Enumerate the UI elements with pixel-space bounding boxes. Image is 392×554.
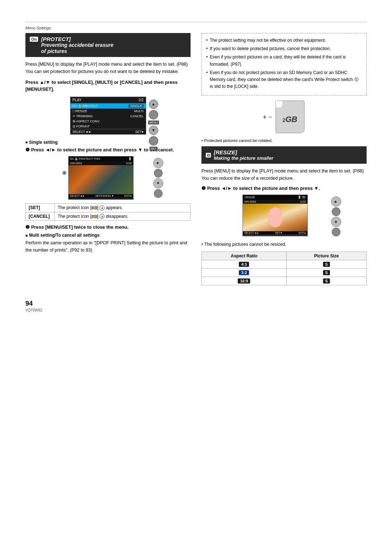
menu-label-aspect: ⊞ ASPECT CONV. <box>73 119 100 123</box>
sd-card: 2GB <box>275 101 305 133</box>
cancel-label-cell: [CANCEL] <box>26 212 55 221</box>
resize-footer-set: SET▼ <box>275 232 283 234</box>
right-column: The protect setting may not be effective… <box>201 33 367 285</box>
screen-folder: 100-0001 <box>70 162 82 165</box>
resize-screen-img <box>243 204 307 231</box>
screen-image <box>69 165 133 194</box>
menu-option-single: SINGLE <box>128 104 143 108</box>
cam-dpad-down2[interactable]: ▼ <box>153 178 163 188</box>
ratio-32: 3:2 <box>202 269 287 277</box>
protect-title: [PROTECT] Preventing accidental erasure … <box>41 36 113 54</box>
dpad-down[interactable]: ▼ <box>149 126 158 135</box>
table-row-cancel: [CANCEL] The protect icon [🔒] a disappea… <box>26 212 191 221</box>
footer: 94 VQT0W82 <box>25 300 367 312</box>
resize-counter-row: 100-0001 1/19 <box>243 200 307 204</box>
rdpad-right[interactable]: ► <box>331 196 341 207</box>
top-rule <box>25 22 367 22</box>
dpad-label-menu: MENU <box>148 121 159 125</box>
menu-header-right: 2/2 <box>139 98 144 102</box>
label-a: ⓐ <box>62 171 66 176</box>
step2-instruction: Press [MENU/SET] twice to close the menu… <box>31 224 129 230</box>
ratio-badge-43: 4:3 <box>239 262 249 267</box>
rdpad-center[interactable] <box>332 207 340 216</box>
circle-a: a <box>99 205 105 211</box>
set-desc-cell: The protect icon [🔒] a appears. <box>55 203 191 212</box>
menu-row-resize: □ RESIZE MULTI <box>70 109 146 114</box>
resize-screen-header: □RISIZE 🔋 📷 <box>243 195 307 200</box>
table-row-set: [SET] The protect icon [🔒] a appears. <box>26 203 191 212</box>
resize-title: [RESIZE] Making the picture smaller <box>214 149 273 161</box>
cam-dpad-center2[interactable] <box>154 189 163 198</box>
rdpad-center2[interactable] <box>332 228 340 236</box>
resize-header: ⊟ [RESIZE] Making the picture smaller <box>201 146 367 164</box>
screen-set-cancel: SET/CANCEL▼ <box>95 195 114 197</box>
cam-dpad-right[interactable]: ► <box>153 158 163 168</box>
resize-camera-wrapper: □RISIZE 🔋 📷 100-0001 1/19 SELECT◄► SET▼ … <box>242 195 326 236</box>
resize-fraction: 1/19 <box>300 200 306 203</box>
resize-screen-label: □RISIZE <box>244 196 256 199</box>
resize-dpad: ► ▼ <box>331 196 341 236</box>
aspect-row-43: 4:3 S <box>202 260 367 269</box>
menu-row-aspect: ⊞ ASPECT CONV. <box>70 119 146 124</box>
single-setting-label: Single setting <box>25 140 191 145</box>
resize-note: • The following pictures cannot be resiz… <box>201 241 367 248</box>
multi-label: Multi setting/To cancel all settings <box>25 233 191 238</box>
resize-footer-select: SELECT◄► <box>244 232 259 234</box>
resize-body: Press [MENU] to display the [PLAY] mode … <box>201 167 367 182</box>
resize-screen-info: 🔋 📷 <box>298 196 306 199</box>
protect-instruction: Press ▲/▼ to select [SINGLE], [MULTI] or… <box>25 79 191 93</box>
note-item-1: The protect setting may not be effective… <box>206 37 362 44</box>
sd-card-wrapper: c → 2GB <box>201 101 367 133</box>
protect-camera-screen: On 🔒 PROTECT THIS 🔋 100-0001 1/19 SELECT… <box>68 156 134 200</box>
notes-list: The protect setting may not be effective… <box>206 37 362 90</box>
menu-row-format: ⊟ FORMAT <box>70 124 146 129</box>
screen-counter-row: 100-0001 1/19 <box>69 161 133 165</box>
protect-icon-inline: 🔒 <box>91 206 97 209</box>
menu-screenshot: PLAY 2/2 On 🔒 PROTECT SINGLE □ RESIZE MU… <box>70 97 146 135</box>
resize-icon: ⊟ <box>206 153 211 158</box>
screen-footer: SELECT◄► SET/CANCEL▼ EXIT● <box>69 194 133 197</box>
menu-option-multi: MULTI <box>134 109 143 113</box>
dpad-center-set[interactable] <box>149 136 158 146</box>
cam-dpad-center[interactable] <box>154 169 163 178</box>
circle-a2: a <box>99 214 105 219</box>
aspect-table: Aspect Ratio Picture Size 4:3 S 3:2 S 16… <box>201 252 367 285</box>
step1-block: ❶ Press ◄/► to select the picture and th… <box>25 147 191 152</box>
resize-screen-footer: SELECT◄► SET▼ EXIT● <box>243 231 307 235</box>
rdpad-down[interactable]: ▼ <box>331 217 341 227</box>
menu-screenshot-wrapper: PLAY 2/2 On 🔒 PROTECT SINGLE □ RESIZE MU… <box>61 97 155 135</box>
section-label: Menu Settings <box>25 26 367 30</box>
dpad-center-menu[interactable] <box>149 110 158 119</box>
menu-header: PLAY 2/2 <box>70 97 146 103</box>
protected-note: • Protected pictures cannot be rotated. <box>201 138 367 143</box>
screen-select: SELECT◄► <box>70 195 85 197</box>
menu-footer-set: SET● <box>135 130 144 134</box>
dpad-wrapper: ▲ MENU ▼ SET <box>148 99 159 151</box>
page-number: 94 <box>25 300 367 307</box>
protect-camera-wrapper: ⓐ On 🔒 PROTECT THIS 🔋 100-0001 1/19 SELE… <box>68 156 148 200</box>
aspect-table-header: Aspect Ratio Picture Size <box>202 252 367 260</box>
set-cancel-table: [SET] The protect icon [🔒] a appears. [C… <box>25 203 191 221</box>
screen-fraction: 1/19 <box>126 162 132 165</box>
camera-dpad: ► ▼ <box>153 158 163 198</box>
step1-text: ❶ Press ◄/► to select the picture and th… <box>25 147 191 152</box>
resize-folder: 100-0001 <box>244 200 257 203</box>
protect-header: On [PROTECT] Preventing accidental erasu… <box>25 33 191 57</box>
dpad-up[interactable]: ▲ <box>149 99 158 109</box>
protect-title-line1: [PROTECT] <box>41 36 113 42</box>
dpad-label-set: SET <box>150 147 158 151</box>
on-icon: On <box>30 37 38 42</box>
menu-label-resize: □ RESIZE <box>73 109 87 113</box>
size-badge-32: S <box>323 270 330 275</box>
protect-title-line3: of pictures <box>41 48 113 54</box>
screen-protect-label: On 🔒 PROTECT THIS <box>70 157 101 160</box>
left-column: On [PROTECT] Preventing accidental erasu… <box>25 33 191 285</box>
step1-number: ❶ <box>25 147 31 152</box>
sd-arrow-row: c → 2GB <box>201 101 367 133</box>
menu-row-trimming: ✂ TRIMMING CANCEL <box>70 114 146 119</box>
protect-title-line2: Preventing accidental erasure <box>41 42 113 48</box>
ratio-badge-169: 16:9 <box>238 278 250 284</box>
cancel-desc-cell: The protect icon [🔒] a disappears. <box>55 212 191 221</box>
ratio-169: 16:9 <box>202 277 287 285</box>
main-content: On [PROTECT] Preventing accidental erasu… <box>25 33 367 285</box>
